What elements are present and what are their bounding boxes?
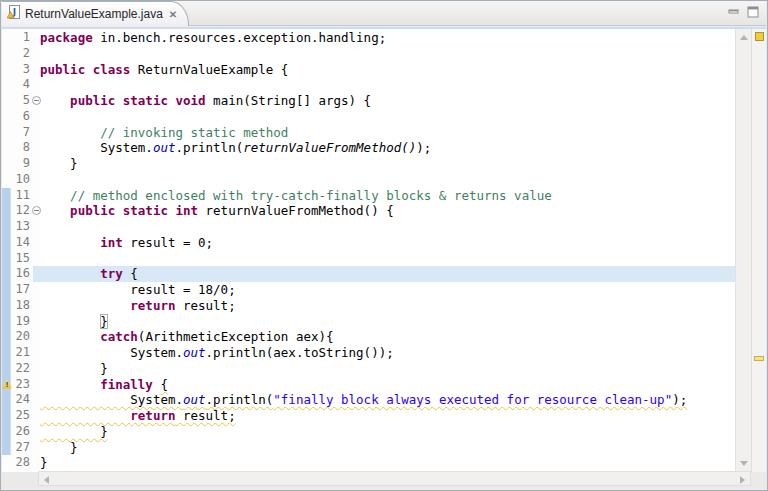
fold-column	[33, 282, 40, 298]
fold-column	[33, 109, 40, 125]
code-text[interactable]: try {	[40, 266, 735, 282]
line-number: 11	[11, 188, 33, 204]
range-indicator	[2, 125, 11, 141]
code-segment: package	[40, 30, 93, 45]
code-line[interactable]: 11 // method enclosed with try-catch-fin…	[2, 188, 735, 204]
code-text[interactable]: catch(ArithmeticException aex){	[40, 329, 735, 345]
code-line[interactable]: 15	[2, 251, 735, 267]
overview-warning-marker[interactable]	[754, 356, 764, 361]
code-text[interactable]	[40, 109, 735, 125]
tab-returnvalueexample-java[interactable]: J ReturnValueExample.java ✕	[2, 1, 189, 26]
code-line[interactable]: 7 // invoking static method	[2, 125, 735, 141]
range-indicator	[2, 266, 11, 282]
code-line[interactable]: 3public class ReturnValueExample {	[2, 62, 735, 78]
code-text[interactable]: }	[40, 361, 735, 377]
code-line[interactable]: 22 }	[2, 361, 735, 377]
code-line[interactable]: 9 }	[2, 156, 735, 172]
code-line[interactable]: 8 System.out.println(returnValueFromMeth…	[2, 140, 735, 156]
vertical-scrollbar[interactable]	[735, 29, 751, 472]
code-text[interactable]: public static void main(String[] args) {	[40, 93, 735, 109]
code-text[interactable]: }	[40, 156, 735, 172]
code-text[interactable]: System.out.println("finally block always…	[40, 392, 735, 408]
code-line[interactable]: 26 }	[2, 424, 735, 440]
code-line[interactable]: 10	[2, 172, 735, 188]
code-text[interactable]: }	[40, 455, 735, 471]
code-text[interactable]: result = 18/0;	[40, 282, 735, 298]
code-segment	[40, 408, 130, 423]
minimize-view-button[interactable]	[728, 6, 740, 18]
code-segment: try	[100, 266, 123, 281]
code-text[interactable]: }	[40, 314, 735, 330]
code-text[interactable]	[40, 46, 735, 62]
code-text[interactable]: // invoking static method	[40, 125, 735, 141]
code-line[interactable]: 21 System.out.println(aex.toString());	[2, 345, 735, 361]
code-text[interactable]: int result = 0;	[40, 235, 735, 251]
fold-column[interactable]	[33, 203, 40, 219]
code-segment: }	[40, 156, 78, 171]
scroll-right-icon[interactable]	[735, 472, 750, 485]
code-line[interactable]: 20 catch(ArithmeticException aex){	[2, 329, 735, 345]
line-number: 28	[11, 455, 33, 471]
code-line[interactable]: 6	[2, 109, 735, 125]
code-segment: result;	[175, 408, 235, 423]
fold-collapse-icon[interactable]	[32, 96, 41, 105]
code-segment: }	[40, 440, 78, 455]
overview-ruler[interactable]	[751, 29, 766, 472]
code-text[interactable]	[40, 219, 735, 235]
code-line[interactable]: 5 public static void main(String[] args)…	[2, 93, 735, 109]
code-text[interactable]	[40, 251, 735, 267]
fold-column	[33, 377, 40, 393]
code-line[interactable]: 16 try {	[2, 266, 735, 282]
code-text[interactable]: }	[40, 440, 735, 456]
range-indicator	[2, 140, 11, 156]
maximize-view-button[interactable]	[747, 6, 759, 18]
code-text[interactable]: return result;	[40, 298, 735, 314]
close-icon[interactable]: ✕	[168, 9, 178, 20]
code-text[interactable]: }	[40, 424, 735, 440]
code-line[interactable]: 14 int result = 0;	[2, 235, 735, 251]
code-line[interactable]: 27 }	[2, 440, 735, 456]
fold-column	[33, 140, 40, 156]
code-text[interactable]: return result;	[40, 408, 735, 424]
code-line[interactable]: 13	[2, 219, 735, 235]
code-text[interactable]: package in.bench.resources.exception.han…	[40, 30, 735, 46]
code-line[interactable]: 4	[2, 77, 735, 93]
horizontal-scrollbar[interactable]	[38, 471, 751, 486]
code-line[interactable]: 1package in.bench.resources.exception.ha…	[2, 30, 735, 46]
line-number: 23	[11, 377, 33, 393]
code-text[interactable]: // method enclosed with try-catch-finall…	[40, 188, 735, 204]
code-line[interactable]: 28}	[2, 455, 735, 471]
fold-collapse-icon[interactable]	[32, 206, 41, 215]
code-line[interactable]: 17 result = 18/0;	[2, 282, 735, 298]
code-line[interactable]: 12 public static int returnValueFromMeth…	[2, 203, 735, 219]
line-number: 22	[11, 361, 33, 377]
line-number: 17	[11, 282, 33, 298]
code-text[interactable]: System.out.println(aex.toString());	[40, 345, 735, 361]
code-line[interactable]: 19 }	[2, 314, 735, 330]
fold-column[interactable]	[33, 93, 40, 109]
code-line[interactable]: 23 finally {	[2, 377, 735, 393]
scroll-up-icon[interactable]	[736, 29, 751, 42]
fold-column	[33, 266, 40, 282]
code-text[interactable]: finally {	[40, 377, 735, 393]
line-number: 5	[11, 93, 33, 109]
code-text[interactable]: System.out.println(returnValueFromMethod…	[40, 140, 735, 156]
code-line[interactable]: 2	[2, 46, 735, 62]
overview-status-warning-icon[interactable]	[755, 32, 764, 41]
fold-column	[33, 424, 40, 440]
code-text[interactable]	[40, 77, 735, 93]
range-indicator	[2, 188, 11, 204]
code-text[interactable]: public static int returnValueFromMethod(…	[40, 203, 735, 219]
code-text[interactable]	[40, 172, 735, 188]
line-number: 20	[11, 329, 33, 345]
code-segment: returnValueFromMethod() {	[198, 203, 394, 218]
code-text[interactable]: public class ReturnValueExample {	[40, 62, 735, 78]
range-indicator	[2, 203, 11, 219]
code-segment	[40, 314, 100, 329]
range-indicator	[2, 77, 11, 93]
scroll-left-icon[interactable]	[39, 472, 54, 485]
code-line[interactable]: 25 return result;	[2, 408, 735, 424]
line-number: 18	[11, 298, 33, 314]
code-line[interactable]: 24 System.out.println("finally block alw…	[2, 392, 735, 408]
code-line[interactable]: 18 return result;	[2, 298, 735, 314]
